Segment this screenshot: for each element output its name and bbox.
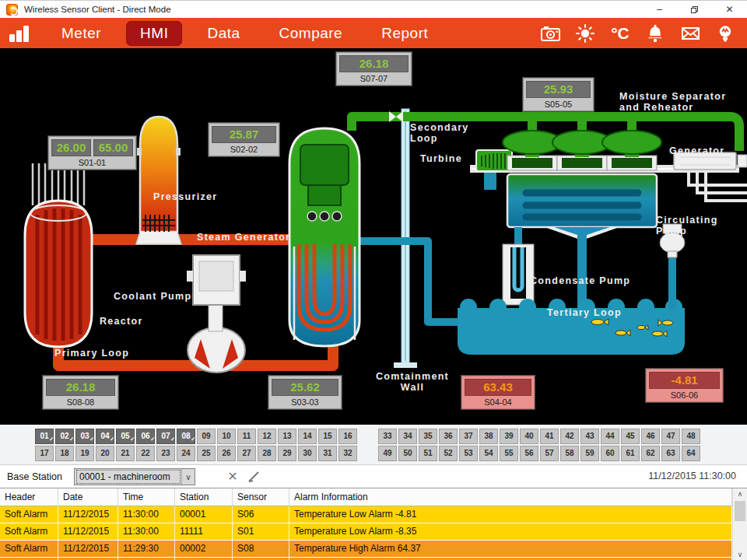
scroll-thumb[interactable]	[735, 501, 745, 521]
channel-button-38[interactable]: 38	[479, 429, 498, 444]
channel-button-34[interactable]: 34	[398, 429, 417, 444]
channel-button-57[interactable]: 57	[540, 446, 559, 461]
channel-button-01[interactable]: 01✓	[35, 429, 54, 444]
edit-pencil-icon[interactable]	[246, 470, 263, 487]
channel-button-54[interactable]: 54	[479, 446, 498, 461]
channel-button-26[interactable]: 26	[217, 446, 236, 461]
channel-button-12[interactable]: 12	[258, 429, 276, 444]
sensor-S03-03[interactable]: 25.62S03-03	[268, 376, 342, 409]
channel-button-13[interactable]: 13	[278, 429, 296, 444]
channel-button-08[interactable]: 08✓	[177, 429, 195, 444]
sensor-values: 26.18	[46, 379, 115, 396]
channel-button-17[interactable]: 17	[35, 446, 54, 461]
channel-button-55[interactable]: 55	[500, 446, 518, 461]
celsius-icon[interactable]: °C	[609, 23, 631, 44]
channel-button-11[interactable]: 11	[237, 429, 256, 444]
channel-button-23[interactable]: 23	[156, 446, 175, 461]
channel-button-33[interactable]: 33	[378, 429, 397, 444]
alarm-row[interactable]: Soft Alarm11/12/201511:30:0000001S06Temp…	[0, 506, 732, 523]
channel-button-07[interactable]: 07✓	[156, 429, 175, 444]
channel-button-06[interactable]: 06✓	[136, 429, 155, 444]
channel-button-48[interactable]: 48	[682, 429, 700, 444]
channel-button-16[interactable]: 16	[338, 429, 357, 444]
channel-button-18[interactable]: 18	[55, 446, 74, 461]
channel-button-50[interactable]: 50	[398, 446, 417, 461]
menu-compare[interactable]: Compare	[265, 21, 357, 46]
channel-button-30[interactable]: 30	[298, 446, 317, 461]
channel-button-15[interactable]: 15	[318, 429, 337, 444]
sensor-S05-05[interactable]: 25.93S05-05	[523, 78, 594, 111]
alarm-row[interactable]: Soft Alarm11/12/201511:29:3000002S08Temp…	[0, 541, 732, 558]
channel-button-04[interactable]: 04✓	[96, 429, 114, 444]
channel-button-53[interactable]: 53	[459, 446, 478, 461]
channel-button-03[interactable]: 03✓	[75, 429, 94, 444]
channel-button-43[interactable]: 43	[580, 429, 599, 444]
channel-button-09[interactable]: 09	[197, 429, 216, 444]
sensor-S08-08[interactable]: 26.18S08-08	[43, 376, 118, 409]
channel-button-29[interactable]: 29	[278, 446, 296, 461]
brightness-icon[interactable]	[574, 23, 596, 44]
lamp-icon[interactable]	[714, 23, 736, 44]
menu-hmi[interactable]: HMI	[126, 21, 182, 46]
channel-button-41[interactable]: 41	[540, 429, 559, 444]
channel-button-49[interactable]: 49	[378, 446, 397, 461]
channel-button-42[interactable]: 42	[560, 429, 579, 444]
sensor-S02-02[interactable]: 25.87S02-02	[209, 123, 279, 156]
channel-button-62[interactable]: 62	[641, 446, 660, 461]
scroll-down-icon[interactable]: ∨	[733, 549, 747, 560]
channel-button-40[interactable]: 40	[520, 429, 538, 444]
sensor-S07-07[interactable]: 26.18S07-07	[336, 52, 412, 86]
camera-icon[interactable]	[539, 23, 561, 44]
channel-button-61[interactable]: 61	[621, 446, 640, 461]
channel-button-32[interactable]: 32	[338, 446, 357, 461]
close-button[interactable]: ✕	[712, 1, 747, 18]
diagram-label: Circulating Pump	[656, 215, 747, 237]
channel-button-10[interactable]: 10	[217, 429, 236, 444]
channel-button-63[interactable]: 63	[661, 446, 680, 461]
channel-button-51[interactable]: 51	[419, 446, 437, 461]
channel-button-58[interactable]: 58	[560, 446, 579, 461]
channel-button-46[interactable]: 46	[641, 429, 660, 444]
check-icon: ✓	[89, 432, 94, 446]
table-scrollbar[interactable]: ∧ ∨	[732, 488, 747, 560]
channel-button-19[interactable]: 19	[75, 446, 94, 461]
channel-button-27[interactable]: 27	[237, 446, 256, 461]
channel-button-20[interactable]: 20	[96, 446, 114, 461]
channel-button-45[interactable]: 45	[621, 429, 640, 444]
channel-button-47[interactable]: 47	[661, 429, 680, 444]
channel-button-60[interactable]: 60	[601, 446, 619, 461]
restore-button[interactable]	[677, 1, 712, 18]
channel-button-28[interactable]: 28	[258, 446, 276, 461]
delete-icon[interactable]: ✕	[224, 469, 241, 484]
channel-button-24[interactable]: 24	[177, 446, 195, 461]
alarm-row[interactable]: Soft Alarm11/12/201511:30:0011111S01Temp…	[0, 523, 732, 541]
channel-button-05[interactable]: 05✓	[116, 429, 135, 444]
sensor-S01-01[interactable]: 26.0065.00S01-01	[48, 136, 136, 170]
channel-button-44[interactable]: 44	[601, 429, 619, 444]
base-station-dropdown[interactable]: 00001 - machineroom ∨	[74, 468, 195, 485]
channel-button-14[interactable]: 14	[298, 429, 317, 444]
mail-icon[interactable]	[679, 23, 701, 44]
menu-report[interactable]: Report	[367, 21, 442, 46]
channel-button-21[interactable]: 21	[116, 446, 135, 461]
minimize-button[interactable]: –	[642, 1, 677, 18]
channel-button-64[interactable]: 64	[682, 446, 700, 461]
scroll-up-icon[interactable]: ∧	[733, 488, 747, 499]
channel-button-56[interactable]: 56	[520, 446, 538, 461]
channel-button-37[interactable]: 37	[459, 429, 478, 444]
sensor-S04-04[interactable]: 63.43S04-04	[461, 376, 535, 409]
channel-button-22[interactable]: 22	[136, 446, 155, 461]
alarm-bell-icon[interactable]	[644, 23, 666, 44]
sensor-S06-06[interactable]: -4.81S06-06	[646, 369, 723, 402]
channel-button-35[interactable]: 35	[419, 429, 437, 444]
channel-button-59[interactable]: 59	[580, 446, 599, 461]
channel-button-39[interactable]: 39	[500, 429, 518, 444]
menu-meter[interactable]: Meter	[47, 21, 115, 46]
channel-button-31[interactable]: 31	[318, 446, 337, 461]
channel-button-36[interactable]: 36	[439, 429, 458, 444]
menu-data[interactable]: Data	[193, 21, 254, 46]
channel-button-52[interactable]: 52	[439, 446, 458, 461]
channel-button-25[interactable]: 25	[197, 446, 216, 461]
diagram-label: Turbine	[420, 153, 462, 164]
channel-button-02[interactable]: 02✓	[55, 429, 74, 444]
